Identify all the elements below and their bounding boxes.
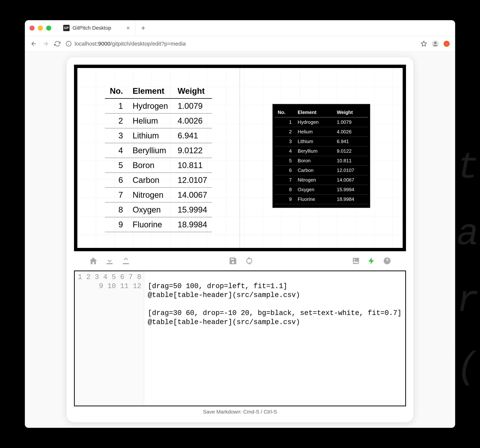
svg-point-7	[354, 259, 355, 260]
close-tab-button[interactable]: ×	[126, 25, 130, 32]
table-row: 9Fluorine18.9984	[105, 217, 212, 232]
table-row: 1Hydrogen1.0079	[105, 98, 212, 113]
url-port: :9000	[96, 41, 110, 47]
table-row: 3Lithium6.941	[275, 137, 368, 146]
svg-point-5	[434, 42, 437, 44]
table-row: 6Carbon12.0107	[105, 173, 212, 187]
extension-badge-icon[interactable]: ↑	[444, 41, 450, 47]
table-row: 8Oxygen15.9994	[105, 202, 212, 217]
table-row: 7Nitrogen14.0067	[105, 187, 212, 202]
new-tab-button[interactable]: +	[141, 24, 145, 32]
minimize-window-button[interactable]	[38, 26, 43, 31]
table-row: 1Hydrogen1.0079	[275, 117, 368, 127]
address-bar: localhost:9000/gitpitch/desktop/edit?p=m…	[25, 36, 455, 52]
code-editor[interactable]: 1 2 3 4 5 6 7 8 9 10 11 12 [drag=50 100,…	[74, 270, 406, 406]
profile-avatar-icon[interactable]	[432, 40, 439, 47]
site-info-icon[interactable]	[66, 41, 72, 47]
table-row: 2Helium4.0026	[275, 127, 368, 137]
periodic-table-dark: No. Element Weight 1Hydrogen1.00792Heliu…	[275, 108, 368, 204]
window-controls	[29, 26, 51, 31]
browser-window: GP GitPitch Desktop × + localhost:9000/g…	[25, 20, 455, 428]
download-icon[interactable]	[105, 256, 114, 265]
table-row: 4Beryllium9.0122	[275, 146, 368, 156]
browser-tab[interactable]: GP GitPitch Desktop ×	[58, 21, 136, 35]
refresh-icon[interactable]	[245, 256, 254, 265]
slide-region-left: No. Element Weight 1Hydrogen1.00792Heliu…	[77, 68, 240, 248]
save-icon[interactable]	[228, 256, 237, 265]
table-row: 6Carbon12.0107	[275, 166, 368, 175]
tab-favicon: GP	[63, 25, 70, 31]
line-gutter: 1 2 3 4 5 6 7 8 9 10 11 12	[75, 271, 144, 406]
table-row: 5Boron10.811	[105, 158, 212, 173]
slide-preview: No. Element Weight 1Hydrogen1.00792Heliu…	[74, 65, 406, 251]
editor-toolbar	[74, 251, 406, 270]
bookmark-star-icon[interactable]	[421, 41, 427, 47]
table-row: 7Nitrogen14.0067	[275, 175, 368, 185]
table-row: 9Fluorine18.9984	[275, 194, 368, 204]
table-row: 4Beryllium9.0122	[105, 143, 212, 158]
browser-titlebar: GP GitPitch Desktop × +	[25, 20, 455, 36]
back-button[interactable]	[30, 40, 37, 47]
lightning-icon[interactable]	[367, 257, 376, 265]
svg-marker-3	[421, 41, 426, 46]
col-weight: Weight	[173, 84, 212, 99]
url-host: localhost	[75, 41, 96, 47]
image-icon[interactable]	[352, 257, 360, 265]
forward-button[interactable]	[42, 40, 49, 47]
col-element: Element	[128, 84, 173, 99]
url-input[interactable]: localhost:9000/gitpitch/desktop/edit?p=m…	[66, 41, 416, 47]
col-no: No.	[105, 84, 128, 99]
table-row: 3Lithium6.941	[105, 128, 212, 143]
table-row: 5Boron10.811	[275, 156, 368, 166]
close-window-button[interactable]	[29, 26, 35, 31]
table-row: 2Helium4.0026	[105, 113, 212, 128]
gitpitch-editor-card: No. Element Weight 1Hydrogen1.00792Heliu…	[67, 57, 413, 422]
upload-icon[interactable]	[121, 256, 130, 265]
status-bar: Save Markdown: Cmd-S / Ctrl-S	[74, 406, 406, 415]
home-icon[interactable]	[89, 256, 98, 265]
periodic-table-light: No. Element Weight 1Hydrogen1.00792Heliu…	[105, 84, 212, 232]
help-icon[interactable]	[383, 257, 391, 265]
maximize-window-button[interactable]	[46, 26, 51, 31]
tab-title: GitPitch Desktop	[72, 25, 111, 31]
reload-button[interactable]	[54, 41, 60, 47]
slide-region-right: No. Element Weight 1Hydrogen1.00792Heliu…	[272, 104, 370, 208]
code-content[interactable]: [drag=50 100, drop=left, fit=1.1] @table…	[144, 271, 405, 406]
table-row: 8Oxygen15.9994	[275, 185, 368, 194]
url-path: /gitpitch/desktop/edit?p=media	[110, 41, 186, 47]
